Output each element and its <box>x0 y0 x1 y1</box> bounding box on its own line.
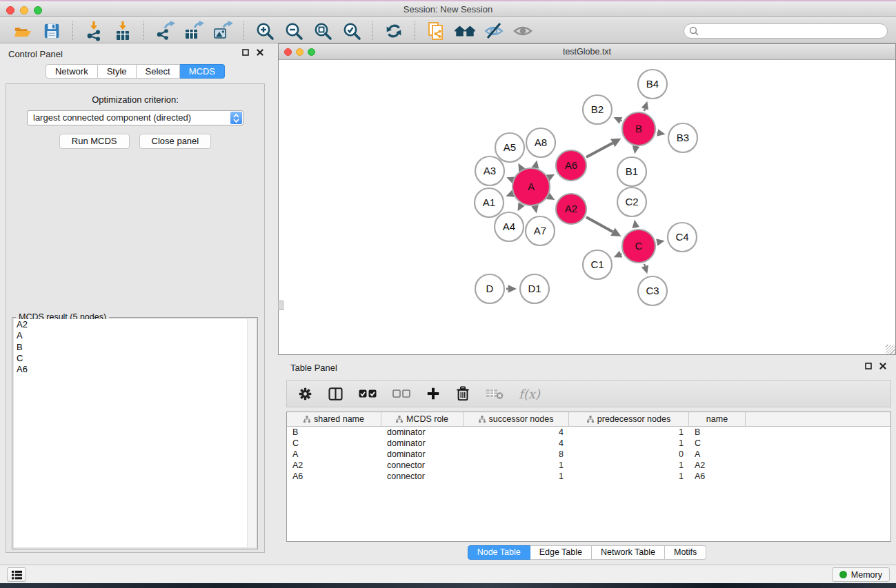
column-header-shared-name[interactable]: shared name <box>287 412 381 426</box>
graph-edge[interactable] <box>586 143 613 157</box>
resize-grip-icon[interactable] <box>886 345 895 354</box>
list-item[interactable]: B <box>14 342 256 353</box>
network-zoom-button[interactable] <box>308 48 315 56</box>
run-mcds-button[interactable]: Run MCDS <box>59 134 130 149</box>
import-network-button[interactable] <box>81 21 106 41</box>
mcds-result-list[interactable]: A2ABCA6 <box>14 319 256 547</box>
table-cell: 1 <box>569 460 689 470</box>
tab-style[interactable]: Style <box>98 64 137 79</box>
table-header-row: shared nameMCDS rolesuccessor nodesprede… <box>287 412 890 427</box>
double-home-button[interactable] <box>452 21 477 41</box>
select-stepper-icon <box>230 112 242 124</box>
network-canvas[interactable]: B4B2BB3A8A5A6B1A3AC2A1A2A4A7C4CC1DD1C3 <box>279 61 895 354</box>
open-file-button[interactable] <box>10 21 35 41</box>
search-field[interactable] <box>684 23 888 39</box>
export-network-button[interactable] <box>152 21 177 41</box>
table-row[interactable]: A2connector11A2 <box>287 460 890 471</box>
eye-icon <box>512 21 533 41</box>
node-label: A6 <box>565 159 577 171</box>
tab-network-table[interactable]: Network Table <box>592 545 665 560</box>
zoom-selected-button[interactable] <box>339 21 364 41</box>
splitter-handle[interactable] <box>278 301 283 310</box>
node-label: D1 <box>528 283 541 294</box>
column-header-predecessor-nodes[interactable]: predecessor nodes <box>569 412 689 426</box>
memory-button[interactable]: Memory <box>832 567 890 582</box>
toolbar-separator <box>415 21 415 40</box>
list-item[interactable]: C <box>14 353 256 364</box>
settings-gear-icon[interactable] <box>298 387 312 401</box>
export-image-button[interactable] <box>210 21 235 41</box>
close-panel-button[interactable]: Close panel <box>139 134 212 149</box>
mcds-tab-content: Optimization criterion: largest connecte… <box>6 83 265 553</box>
table-tabs: Node TableEdge TableNetwork TableMotifs <box>278 545 896 560</box>
export-table-button[interactable] <box>181 21 206 41</box>
select-all-checkboxes-icon[interactable] <box>359 389 377 398</box>
deselect-all-checkboxes-icon[interactable] <box>392 389 411 398</box>
network-minimize-button[interactable] <box>296 48 303 56</box>
network-graph[interactable]: B4B2BB3A8A5A6B1A3AC2A1A2A4A7C4CC1DD1C3 <box>279 61 895 354</box>
zoom-out-button[interactable] <box>281 21 306 41</box>
minimize-window-button[interactable] <box>20 6 28 14</box>
graph-edge[interactable] <box>644 264 645 266</box>
refresh-button[interactable] <box>381 21 406 41</box>
refresh-icon <box>384 21 404 41</box>
eye-slash-button[interactable] <box>481 21 506 41</box>
zoom-in-button[interactable] <box>252 21 277 41</box>
node-table[interactable]: shared nameMCDS rolesuccessor nodesprede… <box>286 412 891 542</box>
save-icon <box>43 22 61 40</box>
tab-motifs[interactable]: Motifs <box>665 545 706 560</box>
tab-node-table[interactable]: Node Table <box>468 545 530 560</box>
table-row[interactable]: Cdominator41C <box>287 438 890 449</box>
tab-select[interactable]: Select <box>137 64 180 79</box>
list-item[interactable]: A6 <box>14 364 256 375</box>
column-header-name[interactable]: name <box>689 412 746 426</box>
show-columns-icon[interactable] <box>328 387 344 401</box>
add-column-icon[interactable] <box>426 387 440 401</box>
import-table-button[interactable] <box>110 21 135 41</box>
zoom-fit-icon <box>313 21 332 41</box>
network-close-button[interactable] <box>284 48 292 56</box>
table-row[interactable]: Adominator80A <box>287 449 890 460</box>
graph-edge[interactable] <box>621 121 622 121</box>
control-panel-tabs: NetworkStyleSelectMCDS <box>0 64 270 79</box>
close-window-button[interactable] <box>6 6 14 14</box>
toolbar-separator <box>143 21 144 40</box>
close-table-panel-icon[interactable] <box>879 363 886 369</box>
task-history-button[interactable] <box>7 567 26 582</box>
search-input[interactable] <box>699 26 882 36</box>
tab-edge-table[interactable]: Edge Table <box>530 545 592 560</box>
save-session-button[interactable] <box>39 21 64 41</box>
column-header-successor-nodes[interactable]: successor nodes <box>464 412 569 426</box>
graph-edge[interactable] <box>644 109 645 111</box>
mcds-result-group: MCDS result (5 nodes) A2ABCA6 <box>12 317 258 549</box>
list-item[interactable]: A <box>14 330 256 341</box>
toolbar-separator <box>72 21 73 40</box>
table-row[interactable]: A6connector11A6 <box>287 471 890 482</box>
node-label: D <box>486 283 494 294</box>
arrowhead-icon <box>633 145 640 154</box>
table-row[interactable]: Bdominator41B <box>287 427 890 438</box>
zoom-window-button[interactable] <box>34 6 42 14</box>
column-header-MCDS-role[interactable]: MCDS role <box>381 412 464 426</box>
graph-edge[interactable] <box>621 254 621 254</box>
graph-edge[interactable] <box>586 217 613 232</box>
list-item[interactable]: A2 <box>14 319 256 330</box>
close-panel-icon[interactable] <box>257 49 263 56</box>
eye-button[interactable] <box>510 21 535 41</box>
document-network-button[interactable] <box>424 21 448 41</box>
table-cell: C <box>287 438 381 448</box>
float-panel-icon[interactable] <box>242 49 249 56</box>
criterion-select[interactable]: largest connected component (directed) <box>27 110 243 125</box>
tab-network[interactable]: Network <box>46 64 98 79</box>
arrowhead-icon <box>641 265 648 274</box>
tab-mcds[interactable]: MCDS <box>180 64 225 79</box>
delete-table-icon[interactable] <box>486 387 504 400</box>
function-builder-icon[interactable]: f(x) <box>519 387 540 401</box>
arrowhead-icon <box>656 239 664 246</box>
node-label: C4 <box>675 231 688 243</box>
scrollbar-track[interactable] <box>247 319 256 547</box>
float-table-panel-icon[interactable] <box>865 363 872 369</box>
table-cell: 1 <box>569 438 689 448</box>
zoom-fit-button[interactable] <box>310 21 335 41</box>
delete-column-trash-icon[interactable] <box>455 385 470 402</box>
